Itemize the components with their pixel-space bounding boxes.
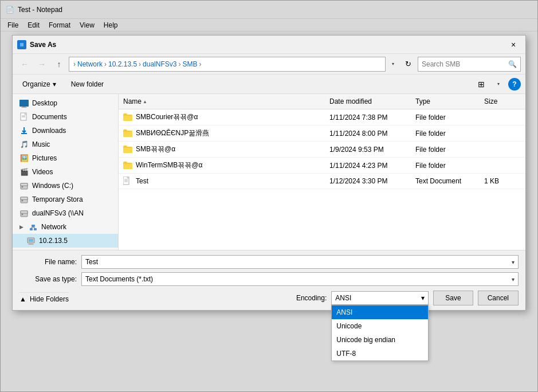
filetype-input-wrapper[interactable]: Text Documents (*.txt) ▾ (81, 272, 519, 286)
sidebar-item-documents[interactable]: Documents (13, 110, 118, 124)
videos-icon: 🎬 (19, 167, 29, 177)
view-dropdown-button[interactable]: ▾ (493, 77, 504, 92)
dialog-titlebar: Save As × (13, 36, 525, 54)
svg-rect-21 (32, 225, 35, 227)
documents-icon (19, 112, 29, 121)
network-icon (29, 222, 38, 232)
filename-dropdown-arrow-icon[interactable]: ▾ (512, 259, 515, 265)
table-row[interactable]: WinTermSMB꾞꾞@α 1/11/2024 4:23 PM File fo… (119, 158, 525, 174)
file-date-cell: 1/11/2024 4:23 PM (325, 158, 411, 173)
refresh-button[interactable]: ↻ (400, 57, 415, 72)
new-folder-button[interactable]: New folder (66, 78, 109, 91)
col-type-header[interactable]: Type (411, 95, 480, 108)
sidebar-item-downloads[interactable]: Downloads (13, 124, 118, 138)
forward-button[interactable]: → (34, 57, 49, 72)
dialog-content: Desktop Documents Downloads (13, 94, 525, 250)
temp-drive-icon (19, 195, 29, 204)
encoding-option-ansi[interactable]: ANSI (332, 305, 428, 319)
svg-rect-20 (34, 228, 37, 230)
breadcrumb-dualNFSv3[interactable]: dualNFSv3 (143, 60, 176, 68)
computer-icon (26, 236, 36, 245)
filetype-dropdown-arrow-icon[interactable]: ▾ (512, 276, 515, 283)
sidebar-item-dualNFSv3[interactable]: dualNFSv3 (\\AN (13, 206, 118, 220)
breadcrumb-smb[interactable]: SMB (182, 60, 197, 68)
file-name-cell: WinTermSMB꾞꾞@α (119, 158, 325, 173)
organize-button[interactable]: Organize ▾ (17, 78, 61, 91)
up-button[interactable]: ↑ (52, 57, 66, 72)
file-size-cell (480, 142, 525, 157)
dialog-overlay: Save As × ← → ↑ › Network › 10.2.13.5 › … (1, 1, 537, 391)
table-row[interactable]: SMBИΘΩĒЄNJP꿂滑燕 1/11/2024 8:00 PM File fo… (119, 126, 525, 142)
encoding-option-utf8[interactable]: UTF-8 (332, 347, 428, 360)
file-date-cell: 1/9/2024 9:53 PM (325, 142, 411, 157)
breadcrumb-network[interactable]: Network (77, 60, 103, 68)
sidebar-item-videos[interactable]: 🎬 Videos (13, 165, 118, 179)
breadcrumb-dropdown-button[interactable]: ▾ (388, 57, 398, 72)
encoding-arrow-icon: ▾ (421, 294, 425, 302)
file-type-cell: File folder (411, 109, 480, 125)
filename-input[interactable] (85, 258, 512, 266)
sidebar-label-temp: Temporary Stora (32, 195, 83, 203)
back-button[interactable]: ← (17, 57, 32, 72)
encoding-dropdown: ANSI Unicode Unicode big endian UTF-8 (331, 305, 429, 361)
file-size-cell (480, 158, 525, 173)
file-size-cell: 1 KB (480, 174, 525, 189)
col-size-header[interactable]: Size (480, 95, 525, 108)
svg-rect-27 (28, 244, 34, 245)
svg-rect-19 (30, 228, 33, 230)
filetype-value: Text Documents (*.txt) (85, 275, 512, 283)
file-name-cell: SMB꾞꾞@α (119, 142, 325, 157)
sidebar-label-downloads: Downloads (32, 127, 66, 135)
hide-folders-toggle[interactable]: ▲ Hide Folders (19, 292, 69, 305)
save-button[interactable]: Save (433, 291, 473, 305)
svg-rect-4 (21, 107, 27, 108)
filetype-label: Save as type: (19, 275, 77, 283)
sidebar-item-temp[interactable]: Temporary Stora (13, 193, 118, 206)
encoding-value: ANSI (335, 294, 351, 302)
file-list: Name ▲ Date modified Type Size (119, 94, 525, 250)
dialog-title-icon (17, 40, 26, 49)
sidebar-item-pictures[interactable]: 🖼️ Pictures (13, 151, 118, 165)
sidebar-label-windows-c: Windows (C:) (32, 182, 73, 190)
col-date-header[interactable]: Date modified (325, 95, 411, 108)
dialog-toolbar: ← → ↑ › Network › 10.2.13.5 › dualNFSv3 … (13, 54, 525, 75)
svg-line-23 (33, 227, 35, 228)
file-name-cell: SMBCourier꾞꾞@α (119, 109, 325, 125)
svg-rect-15 (21, 197, 28, 199)
table-row[interactable]: SMBCourier꾞꾞@α 1/11/2024 7:38 PM File fo… (119, 109, 525, 126)
svg-rect-25 (29, 239, 33, 242)
cancel-button[interactable]: Cancel (478, 291, 519, 305)
folder-icon (123, 161, 132, 170)
sidebar-label-music: Music (32, 140, 50, 148)
sidebar-label-pictures: Pictures (32, 154, 57, 162)
encoding-option-unicode[interactable]: Unicode (332, 319, 428, 333)
filename-label: File name: (19, 258, 77, 266)
sidebar-label-desktop: Desktop (32, 99, 57, 107)
svg-point-11 (22, 186, 23, 188)
sidebar-item-10213.5[interactable]: 10.2.13.5 (13, 234, 118, 248)
sidebar-item-windows-c[interactable]: Windows (C:) (13, 179, 118, 193)
svg-rect-1 (20, 43, 23, 46)
encoding-select[interactable]: ANSI ▾ (331, 291, 429, 305)
breadcrumb-ip[interactable]: 10.2.13.5 (108, 60, 137, 68)
col-name-header[interactable]: Name ▲ (119, 95, 325, 108)
sidebar-item-desktop[interactable]: Desktop (13, 96, 118, 110)
svg-rect-18 (21, 211, 28, 213)
table-row[interactable]: Test 1/12/2024 3:30 PM Text Document 1 K… (119, 174, 525, 189)
search-box: 🔍 (418, 57, 521, 72)
dialog-close-button[interactable]: × (506, 38, 521, 51)
help-button[interactable]: ? (508, 78, 521, 91)
search-input[interactable] (422, 60, 508, 68)
sidebar-item-network[interactable]: ▶ Network (13, 220, 118, 234)
saveas-dialog: Save As × ← → ↑ › Network › 10.2.13.5 › … (12, 35, 526, 311)
dialog-bottom: File name: ▾ Save as type: Text Document… (13, 250, 525, 310)
table-row[interactable]: SMB꾞꾞@α 1/9/2024 9:53 PM File folder (119, 142, 525, 158)
file-name-cell: SMBИΘΩĒЄNJP꿂滑燕 (119, 126, 325, 141)
svg-rect-12 (21, 183, 28, 186)
sidebar-item-music[interactable]: 🎵 Music (13, 138, 118, 151)
encoding-option-unicode-big-endian[interactable]: Unicode big endian (332, 333, 428, 347)
encoding-label: Encoding: (296, 294, 327, 302)
filename-input-wrapper: ▾ (81, 255, 519, 269)
view-button[interactable]: ⊞ (474, 77, 489, 92)
file-size-cell (480, 109, 525, 125)
